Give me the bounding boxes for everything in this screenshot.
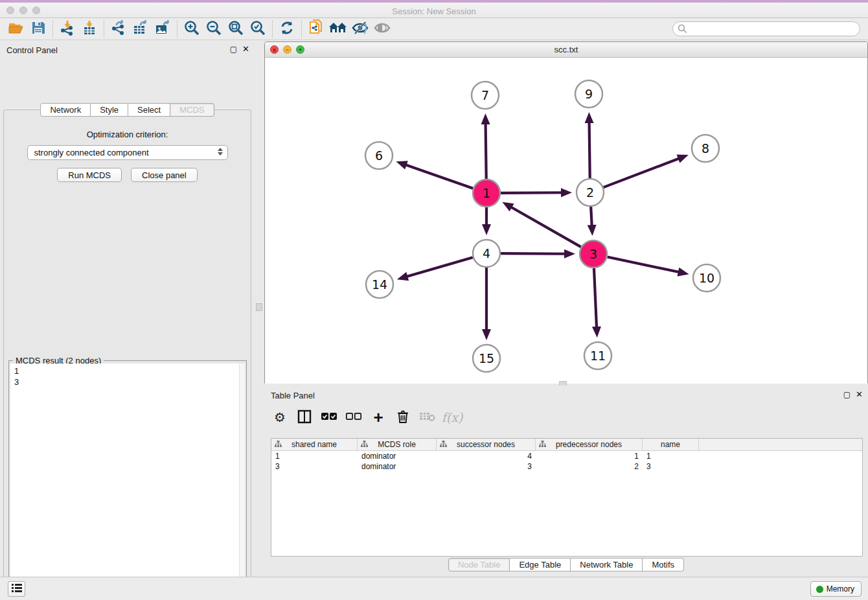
zoom-fit-icon xyxy=(228,20,244,38)
cell-successor-nodes[interactable]: 3 xyxy=(437,461,536,472)
export-image-button[interactable] xyxy=(152,20,174,38)
optimization-criterion-select[interactable]: strongly connected component xyxy=(27,145,228,160)
memory-button[interactable]: Memory xyxy=(810,581,862,597)
graph-edge-2-9[interactable] xyxy=(589,121,590,178)
tab-style[interactable]: Style xyxy=(91,103,128,117)
close-panel-button[interactable]: Close panel xyxy=(131,168,198,182)
clone-network-button[interactable] xyxy=(305,20,327,38)
export-table-icon xyxy=(132,20,149,38)
result-scrollbar[interactable] xyxy=(239,363,245,600)
network-zoom-button[interactable]: + xyxy=(296,45,304,54)
graph-edge-3-1[interactable] xyxy=(510,207,580,247)
toolbar-separator xyxy=(301,21,302,38)
column-header-predecessor-nodes[interactable]: predecessor nodes xyxy=(536,439,643,450)
select-all-rows-button[interactable] xyxy=(320,408,338,426)
graphics-details-button[interactable] xyxy=(349,20,371,38)
column-header-mcds-role[interactable]: MCDS role xyxy=(358,439,437,450)
graph-edge-arrowhead xyxy=(588,225,597,236)
float-table-panel-icon[interactable]: ▢ xyxy=(843,390,851,399)
save-session-icon xyxy=(31,21,45,37)
graph-edge-3-11[interactable] xyxy=(594,268,597,329)
cell-mcds-role[interactable]: dominator xyxy=(358,451,437,461)
table-settings-button[interactable]: ⚙ xyxy=(271,408,289,426)
memory-status-icon xyxy=(816,586,823,593)
vertical-splitter-handle[interactable] xyxy=(256,303,262,311)
tab-node-table[interactable]: Node Table xyxy=(448,558,510,571)
graph-edge-1-7[interactable] xyxy=(486,122,486,179)
table-panel: Table Panel ▢ ✕ ⚙ + f(x) shared name xyxy=(264,386,868,577)
delete-column-icon xyxy=(396,410,409,426)
cell-shared-name[interactable]: 1 xyxy=(271,451,358,461)
search-input[interactable] xyxy=(672,21,860,36)
add-column-button[interactable]: + xyxy=(369,408,387,426)
show-all-networks-button[interactable] xyxy=(327,20,349,38)
cell-mcds-role[interactable]: dominator xyxy=(358,461,437,472)
graph-node-label: 8 xyxy=(702,141,709,156)
run-mcds-button[interactable]: Run MCDS xyxy=(57,168,122,182)
column-header-successor-nodes[interactable]: successor nodes xyxy=(437,439,536,450)
table-panel-title: Table Panel xyxy=(271,391,315,400)
column-visibility-button[interactable] xyxy=(295,408,314,426)
graph-edge-arrowhead xyxy=(397,272,409,281)
graph-edge-arrowhead xyxy=(592,327,601,338)
graph-edge-4-14[interactable] xyxy=(405,257,473,277)
graph-edge-3-10[interactable] xyxy=(608,257,680,273)
column-header-shared-name[interactable]: shared name xyxy=(271,439,358,450)
delete-column-button[interactable] xyxy=(394,408,412,426)
close-table-panel-icon[interactable]: ✕ xyxy=(856,390,863,399)
level-of-detail-button[interactable] xyxy=(371,20,393,38)
zoom-fit-button[interactable] xyxy=(225,20,247,38)
cell-name[interactable]: 1 xyxy=(643,451,699,461)
tab-edge-table[interactable]: Edge Table xyxy=(510,558,571,571)
graph-edge-4-3[interactable] xyxy=(501,253,566,254)
graph-edge-2-3[interactable] xyxy=(591,207,592,227)
table-row[interactable]: 1 dominator 4 1 1 xyxy=(271,451,862,461)
graph-edge-2-8[interactable] xyxy=(604,158,680,187)
show-all-networks-icon xyxy=(328,21,348,37)
network-minimize-button[interactable]: − xyxy=(283,45,291,54)
export-network-button[interactable] xyxy=(108,20,130,38)
save-session-button[interactable] xyxy=(27,20,49,38)
export-table-button[interactable] xyxy=(130,20,152,38)
network-canvas[interactable]: 7968124314101511 xyxy=(265,58,867,384)
graph-edge-1-2[interactable] xyxy=(501,192,563,193)
tab-select[interactable]: Select xyxy=(128,103,170,117)
graph-edge-arrowhead xyxy=(561,188,572,197)
tab-network-table[interactable]: Network Table xyxy=(571,558,643,571)
cell-name[interactable]: 3 xyxy=(643,461,699,472)
network-graph: 7968124314101511 xyxy=(265,58,867,384)
column-header-name[interactable]: name xyxy=(643,439,699,450)
task-history-button[interactable] xyxy=(8,581,25,597)
mcds-tab-content: Optimization criterion: strongly connect… xyxy=(3,110,251,600)
tab-motifs[interactable]: Motifs xyxy=(643,558,684,571)
zoom-in-button[interactable] xyxy=(181,20,203,38)
graph-edge-1-6[interactable] xyxy=(405,165,474,189)
graph-edge-arrowhead xyxy=(564,249,575,259)
memory-label: Memory xyxy=(827,584,854,594)
table-row[interactable]: 3 dominator 3 2 3 xyxy=(271,461,862,472)
cell-predecessor-nodes[interactable]: 2 xyxy=(536,461,643,472)
optimization-criterion-label: Optimization criterion: xyxy=(4,130,251,139)
network-window-titlebar[interactable]: scc.txt x − + xyxy=(265,42,867,58)
mcds-result-text[interactable]: 1 3 xyxy=(10,363,245,600)
cell-predecessor-nodes[interactable]: 1 xyxy=(536,451,643,461)
import-network-button[interactable] xyxy=(56,20,78,38)
refresh-layout-button[interactable] xyxy=(276,20,298,38)
open-file-button[interactable] xyxy=(5,20,27,38)
cell-shared-name[interactable]: 3 xyxy=(271,461,358,472)
node-table-header: shared name MCDS role successor nodes pr… xyxy=(271,439,862,451)
graph-edge-arrowhead xyxy=(585,112,594,123)
zoom-out-button[interactable] xyxy=(203,20,225,38)
deselect-all-rows-button[interactable] xyxy=(345,408,363,426)
function-builder-button[interactable]: f(x) xyxy=(443,408,461,426)
zoom-selected-button[interactable] xyxy=(247,20,269,38)
tab-network[interactable]: Network xyxy=(40,103,91,117)
network-close-button[interactable]: x xyxy=(270,45,279,54)
graph-edge-arrowhead xyxy=(678,268,689,277)
delete-table-button[interactable] xyxy=(418,408,437,426)
import-table-button[interactable] xyxy=(78,20,100,38)
tab-mcds[interactable]: MCDS xyxy=(170,103,214,117)
float-panel-icon[interactable]: ▢ xyxy=(230,45,237,54)
cell-successor-nodes[interactable]: 4 xyxy=(437,451,536,461)
close-panel-icon[interactable]: ✕ xyxy=(242,45,249,54)
